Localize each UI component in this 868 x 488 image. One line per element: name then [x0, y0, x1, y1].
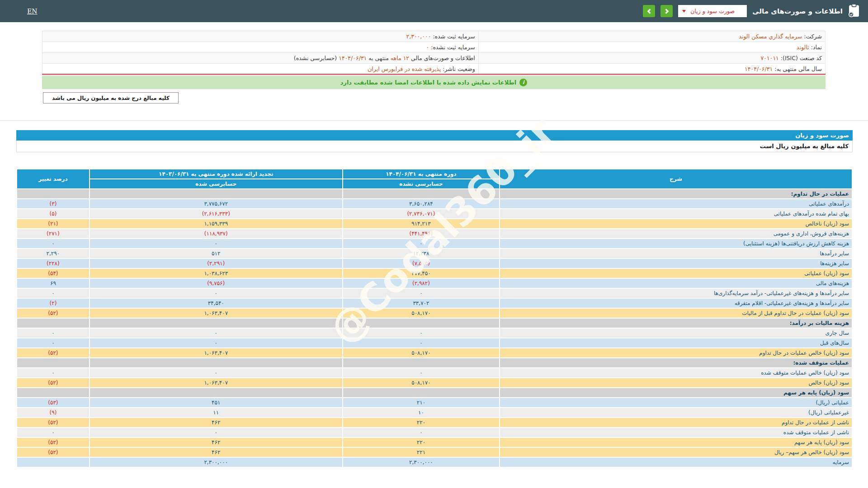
statement-row: سال‌های قبل۰۰۰ — [17, 338, 852, 348]
cell-current-period: ۵۰۸,۱۷۰ — [343, 378, 500, 388]
cell-current-period: ۳۳,۷۰۲ — [343, 298, 500, 308]
cell-percent-change: (۲۱) — [17, 219, 90, 229]
statement-row: سال جاری۰۰۰ — [17, 328, 852, 338]
cell-current-period: ۲,۳۰۰,۰۰۰ — [343, 457, 500, 467]
cell-percent-change: (۵۲) — [17, 437, 90, 447]
cell-current-period: ۰ — [343, 239, 500, 249]
company-label: شرکت: — [804, 33, 822, 40]
topbar: اطلاعات و صورت‌های مالی صورت سود و زیان … — [0, 0, 868, 22]
cell-percent-change: ۰ — [17, 368, 90, 378]
cell-prior-period: ۴۶۲ — [90, 418, 343, 427]
registered-capital-cell: سرمایه ثبت شده: ۲,۳۰۰,۰۰۰ — [42, 31, 479, 42]
clipboard-report-icon — [848, 4, 860, 19]
statement-type-select[interactable]: صورت سود و زیان — [678, 5, 747, 17]
statement-row: سود (زیان) ناخالص۹۱۴,۲۱۳۱,۱۵۹,۳۳۹(۲۱) — [17, 219, 852, 229]
statement-row: ناشی از عملیات متوقف شده۰۰۰ — [17, 427, 852, 437]
cell-percent-change: (۲) — [17, 298, 90, 308]
cell-current-period: (۴۴۱,۴۹۶) — [343, 229, 500, 239]
section-empty-cell — [343, 318, 500, 328]
chevron-down-icon — [682, 10, 686, 13]
info-row: نماد: ثالوند سرمایه ثبت نشده: ۰ — [42, 42, 826, 53]
section-divider — [0, 120, 868, 121]
row-description: غیرعملیاتی (ریال) — [500, 408, 852, 418]
cell-percent-change: (۵۲) — [17, 348, 90, 358]
ticker-cell: نماد: ثالوند — [478, 42, 825, 53]
cell-current-period: ۰ — [343, 427, 500, 437]
registered-capital-value: ۲,۳۰۰,۰۰۰ — [406, 33, 431, 40]
info-row: سال مالی منتهی به: ۱۴۰۴/۰۶/۳۱ وضعیت ناشر… — [42, 64, 826, 75]
cell-current-period: ۰ — [343, 338, 500, 348]
section-empty-cell — [17, 358, 90, 368]
cell-current-period: ۰ — [343, 368, 500, 378]
unregistered-capital-label: سرمایه ثبت نشده: — [431, 44, 475, 51]
row-description: درآمدهای عملیاتی — [500, 199, 852, 209]
cell-percent-change: (۵۳) — [17, 398, 90, 408]
cell-prior-period: (۲,۲۹۱) — [90, 258, 343, 268]
ticker-value: ثالوند — [797, 44, 809, 51]
cell-percent-change: (۵۲) — [17, 418, 90, 427]
page-title: اطلاعات و صورت‌های مالی — [752, 7, 843, 15]
statement-section-row: سود (زیان) پایه هر سهم — [17, 388, 852, 398]
col-current-header: دوره منتهی به ۱۴۰۴/۰۶/۳۱ — [343, 169, 500, 179]
statement-row: عملیاتی (ریال)۲۱۰۴۵۱(۵۳) — [17, 398, 852, 408]
cell-percent-change: (۳) — [17, 199, 90, 209]
fiscal-year-value: ۱۴۰۴/۰۶/۳۱ — [745, 66, 773, 72]
section-label: عملیات متوقف شده: — [500, 358, 852, 368]
cell-prior-period: (۲,۶۱۶,۳۳۳) — [90, 209, 343, 219]
cell-percent-change: ۰ — [17, 288, 90, 298]
section-empty-cell — [90, 358, 343, 368]
ticker-label: نماد: — [811, 44, 822, 51]
col-prior-subheader: حسابرسی شده — [90, 179, 343, 189]
cell-current-period: ۴۷۷,۴۵۰ — [343, 268, 500, 278]
info-row: شرکت: سرمایه گذاري مسکن الوند سرمایه ثبت… — [42, 31, 826, 42]
company-info: شرکت: سرمایه گذاري مسکن الوند سرمایه ثبت… — [42, 31, 826, 75]
statement-header: شرح دوره منتهی به ۱۴۰۴/۰۶/۳۱ تجدید ارائه… — [17, 169, 852, 189]
cell-current-period: ۵۰۸,۱۷۰ — [343, 308, 500, 318]
cell-prior-period: ۳,۷۷۵,۶۷۲ — [90, 199, 343, 209]
cell-current-period: ۵۰۸,۱۷۰ — [343, 348, 500, 358]
unregistered-capital-cell: سرمایه ثبت نشده: ۰ — [42, 42, 479, 53]
statement-title-bar: صورت سود و زیان — [16, 130, 853, 141]
page: { "colors": { "topbar_bg": "#3b545c", "a… — [0, 0, 868, 488]
section-label: عملیات در حال تداوم: — [500, 189, 852, 199]
report-period-mid: منتهی به — [368, 55, 389, 61]
cell-prior-period: ۰ — [90, 328, 343, 338]
cell-prior-period: ۵۱۲ — [90, 249, 343, 258]
row-description: سایر درآمدها — [500, 249, 852, 258]
issuer-status-label: وضعیت ناشر: — [443, 66, 475, 72]
cell-current-period: ۱۰ — [343, 408, 500, 418]
statement-row: بهای تمام شده درآمدهای عملیاتی(۲,۷۳۶,۰۷۱… — [17, 209, 852, 219]
issuer-status-value: پذیرفته شده در فرابورس ایران — [368, 66, 441, 72]
report-period-date: ۱۴۰۴/۰۶/۳۱ — [339, 55, 367, 61]
report-period-suffix: (حسابرسی نشده) — [294, 55, 337, 61]
cell-percent-change: (۲۷۱) — [17, 229, 90, 239]
statement-section-row: هزینه مالیات بر درآمد: — [17, 318, 852, 328]
next-statement-button[interactable] — [660, 5, 673, 17]
section-label: هزینه مالیات بر درآمد: — [500, 318, 852, 328]
statement-units-note: کلیه مبالغ به میلیون ریال است — [16, 141, 853, 152]
cell-current-period: ۲۲۱ — [343, 447, 500, 457]
cell-prior-period: ۰ — [90, 368, 343, 378]
cell-current-period: ۲۲۰ — [343, 437, 500, 447]
row-description: سایر درآمدها و هزینه‌های غیرعملیاتی- درآ… — [500, 288, 852, 298]
prev-statement-button[interactable] — [643, 5, 655, 17]
row-description: سود (زیان) خالص هر سهم– ریال — [500, 447, 852, 457]
report-period-months: ۱۲ ماهه — [391, 55, 409, 61]
topbar-controls: اطلاعات و صورت‌های مالی صورت سود و زیان — [643, 4, 860, 19]
language-switch-link[interactable]: EN — [27, 8, 37, 15]
statement-type-value: صورت سود و زیان — [690, 8, 735, 14]
statement-row: سود (زیان) خالص عملیات متوقف شده۰۰۰ — [17, 368, 852, 378]
cell-percent-change: ۶۹ — [17, 278, 90, 288]
cell-prior-period: ۲,۳۰۰,۰۰۰ — [90, 457, 343, 467]
statement-section-row: عملیات متوقف شده: — [17, 358, 852, 368]
cell-percent-change: ۰ — [17, 239, 90, 249]
statement-row: سود (زیان) عملیات در حال تداوم قبل از ما… — [17, 308, 852, 318]
report-period-label: اطلاعات و صورت‌های مالی — [411, 55, 475, 61]
chevron-left-icon — [647, 9, 652, 14]
cell-prior-period: ۱,۱۵۹,۳۳۹ — [90, 219, 343, 229]
row-description: سود (زیان) پایه هر سهم — [500, 437, 852, 447]
signed-data-notice-text: اطلاعات نمایش داده شده با اطلاعات امضا ش… — [340, 79, 517, 86]
company-value: سرمایه گذاري مسکن الوند — [739, 33, 802, 40]
cell-prior-period: (۹,۷۵۶) — [90, 278, 343, 288]
statement-row: هزینه‌های فروش، اداری و عمومی(۴۴۱,۴۹۶)(۱… — [17, 229, 852, 239]
